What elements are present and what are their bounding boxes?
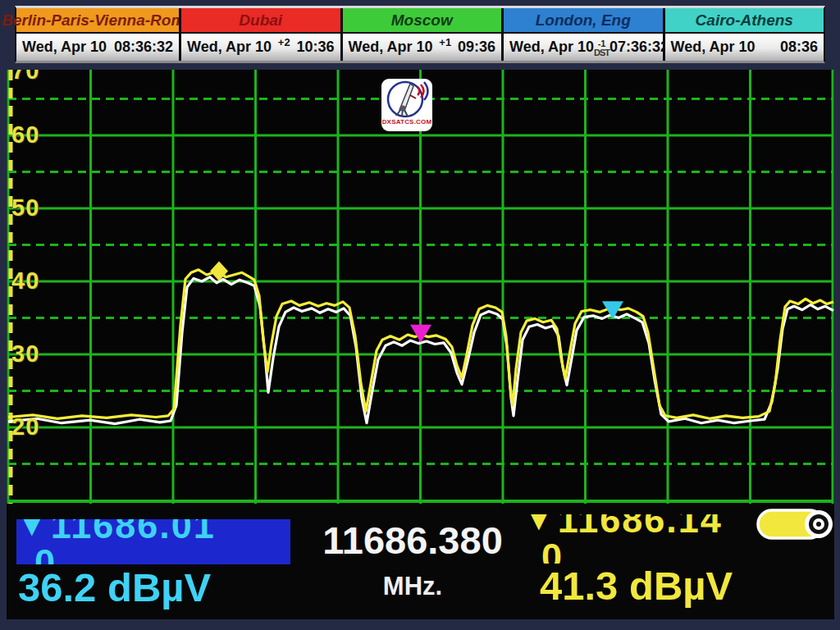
frequency-unit: MHz. <box>343 572 482 601</box>
y-axis-label-70: 70 <box>11 70 39 82</box>
clock-time: 10:36 <box>296 39 334 56</box>
clock-city-cell-3: London, Eng <box>501 8 663 32</box>
clock-time-cell-0: Wed, Apr 1008:36:32 <box>16 32 179 61</box>
clock-date: Wed, Apr 10 <box>509 39 594 56</box>
y-axis-label-50: 50 <box>11 196 39 219</box>
clock-city-row: Berlin-Paris-Vienna-RomaDubaiMoscowLondo… <box>16 8 824 32</box>
clock-time: 08:36 <box>780 39 818 56</box>
clock-city-cell-2: Moscow <box>340 8 502 32</box>
clock-city-cell-1: Dubai <box>179 8 340 32</box>
clock-date: Wed, Apr 10 <box>671 39 756 56</box>
utc-offset: +2 <box>278 36 290 48</box>
spectrum-grid-and-traces <box>7 70 834 504</box>
marker-down-icon: ▼ <box>16 519 49 542</box>
utc-offset: +1 <box>439 36 451 48</box>
clock-time-cell-3: Wed, Apr 10-1DST07:36:32 <box>501 32 663 61</box>
marker1-level: 36.2 dBµV <box>18 564 211 610</box>
marker2-level: 41.3 dBµV <box>540 563 733 609</box>
clock-time: 07:36:32 <box>609 39 669 56</box>
clock-date: Wed, Apr 10 <box>22 39 107 56</box>
y-axis-label-30: 30 <box>11 342 39 365</box>
city-label: London, Eng <box>536 11 631 30</box>
clock-time-cell-1: Wed, Apr 10+210:36 <box>179 32 340 61</box>
marker1-frequency-wrap-digit: 0 <box>34 544 290 564</box>
clock-city-cell-4: Cairo-Athens <box>663 8 824 32</box>
clock-date: Wed, Apr 10 <box>187 39 272 56</box>
city-label: Berlin-Paris-Vienna-Roma <box>2 11 194 30</box>
marker1-frequency-value: ▼11686.01 <box>16 519 290 544</box>
world-clock-bar: Berlin-Paris-Vienna-RomaDubaiMoscowLondo… <box>15 6 825 63</box>
satellite-dish-icon <box>383 79 431 120</box>
logo-text: DXSATCS.COM <box>382 118 432 126</box>
clock-time: 09:36 <box>458 39 495 56</box>
clock-date: Wed, Apr 10 <box>349 39 433 56</box>
marker-down-icon: ▼ <box>523 514 556 536</box>
city-label: Dubai <box>239 11 282 30</box>
utc-offset: -1DST <box>594 39 609 57</box>
readout-panel: ▼11686.01 0 36.2 dBµV 11686.380 MHz. ▼11… <box>7 504 834 619</box>
city-label: Cairo-Athens <box>696 11 793 30</box>
city-label: Moscow <box>391 11 453 30</box>
center-frequency: 11686.380 <box>277 518 548 563</box>
clock-time-cell-4: Wed, Apr 1008:36 <box>663 32 824 61</box>
marker-triangle-down-1 <box>410 325 431 343</box>
clock-time-row: Wed, Apr 1008:36:32Wed, Apr 10+210:36Wed… <box>16 32 824 61</box>
y-axis-label-60: 60 <box>11 123 39 146</box>
dxsatcs-logo: DXSATCS.COM <box>381 79 432 131</box>
clock-time: 08:36:32 <box>114 39 173 56</box>
clock-time-cell-2: Wed, Apr 10+109:36 <box>340 32 502 61</box>
spectrum-analyzer-screen: Berlin-Paris-Vienna-RomaDubaiMoscowLondo… <box>0 0 840 630</box>
y-axis-label-40: 40 <box>11 269 39 292</box>
spectrum-plot: DXSATCS.COM 706050403020 <box>7 70 834 504</box>
marker1-frequency-readout: ▼11686.01 0 <box>16 519 290 564</box>
battery-icon <box>751 505 837 545</box>
clock-city-cell-0: Berlin-Paris-Vienna-Roma <box>16 8 179 32</box>
y-axis-label-20: 20 <box>11 415 39 438</box>
